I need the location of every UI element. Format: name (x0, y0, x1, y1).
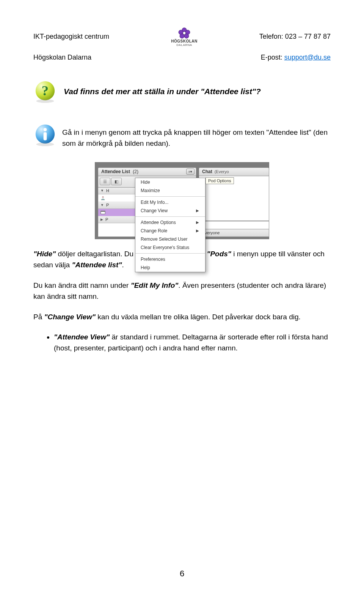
chat-pod-title: Chat (Everyo (199, 167, 269, 176)
menu-help[interactable]: Help (135, 263, 205, 272)
menu-hide[interactable]: Hide (135, 178, 205, 186)
page-title: Vad finns det mer att ställa in under "A… (64, 86, 261, 96)
chat-everyone-tab[interactable]: Everyone (199, 229, 269, 237)
screenshot: Attendee List (2) ≡▾ ☰ ◧ ▼ H (95, 162, 269, 239)
question-icon: ? (33, 80, 57, 103)
header-school: Högskolan Dalarna (33, 54, 91, 62)
logo-text-top: HÖGSKOLAN (171, 39, 198, 44)
svg-text:?: ? (42, 83, 49, 98)
menu-remove-user[interactable]: Remove Selected User (135, 235, 205, 243)
pod-options-tooltip: Pod Options (206, 177, 234, 184)
page-subheader: Högskolan Dalarna E-post: support@du.se (33, 54, 331, 62)
role-label-p: P (106, 203, 109, 207)
svg-point-10 (36, 142, 54, 146)
triangle-down-icon: ▼ (100, 189, 104, 192)
triangle-right-icon: ▶ (100, 218, 103, 221)
menu-change-role[interactable]: Change Role▶ (135, 227, 205, 235)
logo-text-bottom: DALARNA (176, 44, 192, 47)
question-row: ? Vad finns det mer att ställa in under … (33, 80, 331, 103)
support-email-link[interactable]: support@du.se (284, 54, 331, 61)
pod-options-button[interactable]: ≡▾ (186, 169, 195, 175)
menu-attendee-options[interactable]: Attendee Options▶ (135, 218, 205, 227)
svg-rect-15 (101, 211, 105, 211)
triangle-down-icon: ▼ (100, 203, 104, 207)
submenu-arrow-icon: ▶ (196, 229, 199, 233)
menu-preferences[interactable]: Preferences (135, 255, 205, 263)
svg-point-7 (36, 99, 54, 103)
svg-point-13 (102, 196, 104, 198)
attendee-title-text: Attendee List (101, 169, 130, 174)
header-email: E-post: support@du.se (261, 54, 331, 62)
page-header: IKT-pedagogiskt centrum HÖGSKOLAN DALARN… (33, 27, 331, 47)
menu-edit-my-info[interactable]: Edit My Info... (135, 198, 205, 207)
role-label-p2: P (105, 217, 108, 222)
page-number: 6 (0, 569, 364, 579)
menu-clear-status[interactable]: Clear Everyone's Status (135, 243, 205, 252)
attendee-view-bullets: "Attendee View" är standard i rummet. De… (33, 331, 331, 354)
user-icon (100, 196, 105, 200)
presenter-icon (100, 210, 105, 215)
pod-options-menu: Hide Maximize Edit My Info... Change Vie… (135, 178, 206, 272)
role-label-h: H (106, 188, 109, 193)
view-list-button[interactable]: ☰ (100, 178, 110, 185)
svg-rect-12 (44, 132, 47, 140)
info-row: Gå in i menyn genom att trycka på knappe… (33, 123, 331, 149)
svg-point-11 (44, 128, 47, 131)
header-org: IKT-pedagogiskt centrum (33, 33, 109, 41)
attendee-pod-title: Attendee List (2) ≡▾ (98, 167, 196, 176)
chat-title-text: Chat (202, 169, 212, 174)
submenu-arrow-icon: ▶ (196, 208, 199, 213)
university-logo: HÖGSKOLAN DALARNA (158, 27, 211, 47)
menu-maximize[interactable]: Maximize (135, 186, 205, 195)
view-status-button[interactable]: ◧ (111, 178, 122, 185)
svg-point-5 (183, 32, 186, 35)
header-phone: Telefon: 023 – 77 87 87 (259, 33, 331, 41)
menu-change-view[interactable]: Change View▶ (135, 207, 205, 215)
submenu-arrow-icon: ▶ (196, 220, 199, 224)
flower-icon (177, 27, 191, 39)
chat-input[interactable] (199, 221, 269, 229)
bullet-attendee-view: "Attendee View" är standard i rummet. De… (54, 331, 331, 354)
intro-paragraph: Gå in i menyn genom att trycka på knappe… (62, 127, 331, 149)
chat-subtitle: (Everyo (215, 169, 229, 174)
edit-info-paragraph: Du kan ändra ditt namn under "Edit My In… (33, 280, 331, 302)
attendee-count: (2) (133, 169, 138, 174)
info-icon (33, 123, 57, 147)
change-view-paragraph: På "Change View" kan du växla mellan tre… (33, 311, 331, 322)
